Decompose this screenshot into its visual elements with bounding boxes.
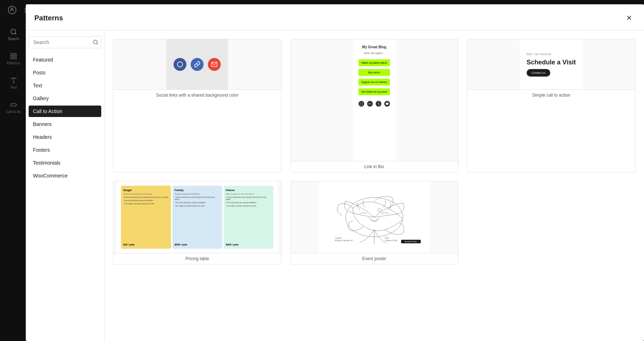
pattern-label-link-in-bio: Link in Bio bbox=[291, 161, 458, 172]
pattern-preview-pricing: Single Enrich our growing community. • G… bbox=[113, 181, 281, 253]
nav-item-footers[interactable]: Footers bbox=[29, 144, 101, 156]
bio-subtitle: Write site tagline... bbox=[364, 52, 384, 54]
nav-item-call-to-action[interactable]: Call to Action bbox=[29, 106, 101, 117]
pricing-family-desc: Support special exhibitions. bbox=[175, 193, 220, 195]
pattern-card-social-links[interactable]: Social links with a shared background co… bbox=[113, 39, 282, 172]
pattern-card-link-in-bio[interactable]: My Great Blog Write site tagline... Watc… bbox=[290, 39, 459, 172]
bio-title: My Great Blog bbox=[362, 45, 386, 49]
modal-body: Featured Posts Text Gallery Call to Acti… bbox=[26, 30, 644, 341]
pattern-preview-social-links bbox=[113, 39, 281, 89]
pricing-family-title: Family bbox=[175, 189, 220, 192]
nav-item-woocommerce[interactable]: WooCommerce bbox=[29, 170, 101, 181]
cta-heading: Schedule a Visit bbox=[527, 59, 576, 66]
patterns-grid: Social links with a shared background co… bbox=[104, 30, 644, 341]
modal-title: Patterns bbox=[34, 14, 63, 22]
pricing-col-single: Single Enrich our growing community. • G… bbox=[121, 186, 171, 249]
nav-item-gallery[interactable]: Gallery bbox=[29, 93, 101, 104]
svg-text:Purchase Tickets: Purchase Tickets bbox=[405, 241, 417, 243]
pattern-preview-simple-cta: GET IN TOUCH Schedule a Visit Contact us bbox=[467, 39, 635, 89]
bio-social-pen: ✏ bbox=[367, 101, 373, 107]
svg-point-26 bbox=[93, 40, 97, 44]
nav-item-banners[interactable]: Banners bbox=[29, 118, 101, 130]
bio-social-instagram: ◯ bbox=[358, 101, 364, 107]
svg-line-27 bbox=[97, 43, 98, 44]
svg-text:Date:: Date: bbox=[385, 237, 389, 239]
social-icon-link bbox=[191, 58, 204, 71]
nav-item-text[interactable]: Text bbox=[29, 80, 101, 91]
pricing-single-title: Single bbox=[123, 189, 169, 192]
search-container bbox=[29, 36, 101, 48]
svg-text:October 24, 2021: October 24, 2021 bbox=[385, 240, 397, 242]
cta-button: Contact us bbox=[527, 69, 550, 77]
svg-text:Location:: Location: bbox=[335, 237, 342, 239]
pattern-label-event: Event poster bbox=[291, 253, 458, 264]
pricing-col-family: Family Support special exhibitions. • Ge… bbox=[172, 186, 222, 249]
svg-text:82 Main St, Brooklyn, NY: 82 Main St, Brooklyn, NY bbox=[335, 240, 353, 242]
modal-close-button[interactable]: ✕ bbox=[623, 11, 635, 24]
event-sketch-svg: Location: 82 Main St, Brooklyn, NY Date:… bbox=[324, 190, 424, 244]
pattern-preview-link-in-bio: My Great Blog Write site tagline... Watc… bbox=[291, 39, 458, 161]
social-icon-email bbox=[208, 58, 221, 71]
svg-point-31 bbox=[378, 208, 381, 212]
nav-item-posts[interactable]: Posts bbox=[29, 67, 101, 78]
modal-header: Patterns ✕ bbox=[26, 4, 644, 30]
pricing-patron-price: $400 / year bbox=[226, 243, 271, 246]
nav-item-testimonials[interactable]: Testimonials bbox=[29, 157, 101, 169]
pricing-patron-title: Patron bbox=[226, 189, 271, 192]
bio-btn-4: Get tickets for my show bbox=[358, 88, 390, 95]
pattern-card-pricing[interactable]: Single Enrich our growing community. • G… bbox=[113, 181, 282, 264]
pattern-card-simple-cta[interactable]: GET IN TOUCH Schedule a Visit Contact us… bbox=[467, 39, 635, 172]
pricing-single-desc: Enrich our growing community. bbox=[123, 193, 169, 195]
nav-item-featured[interactable]: Featured bbox=[29, 54, 101, 65]
pricing-family-price: $200 / year bbox=[175, 243, 220, 246]
pattern-card-event[interactable]: Location: 82 Main St, Brooklyn, NY Date:… bbox=[290, 181, 459, 264]
pricing-single-price: $10 / year bbox=[123, 243, 169, 246]
pricing-col-patron: Patron Take support to the next level. •… bbox=[224, 186, 273, 249]
patterns-search-button[interactable] bbox=[93, 39, 98, 45]
patterns-nav: Featured Posts Text Gallery Call to Acti… bbox=[26, 30, 104, 341]
pattern-label-simple-cta: Simple call to action bbox=[467, 89, 635, 101]
bio-btn-3: Support me on Patreon bbox=[358, 79, 390, 86]
nav-item-headers[interactable]: Headers bbox=[29, 131, 101, 143]
pattern-preview-event: Location: 82 Main St, Brooklyn, NY Date:… bbox=[291, 181, 458, 253]
pattern-label-pricing: Pricing table bbox=[113, 253, 281, 264]
pattern-label-social-links: Social links with a shared background co… bbox=[113, 89, 281, 101]
pricing-patron-desc: Take support to the next level. bbox=[226, 193, 271, 195]
patterns-search-input[interactable] bbox=[29, 36, 101, 48]
cta-eyebrow: GET IN TOUCH bbox=[527, 53, 551, 56]
bio-btn-1: Watch my latest videos bbox=[358, 59, 390, 66]
patterns-modal: Patterns ✕ Featured Posts Text Gallery bbox=[26, 4, 644, 341]
bio-social-chat: 💬 bbox=[384, 101, 390, 107]
social-icon-wp bbox=[174, 58, 186, 71]
bio-btn-2: Buy merch bbox=[358, 69, 390, 76]
bio-social-twitter: 𝕏 bbox=[376, 101, 381, 107]
